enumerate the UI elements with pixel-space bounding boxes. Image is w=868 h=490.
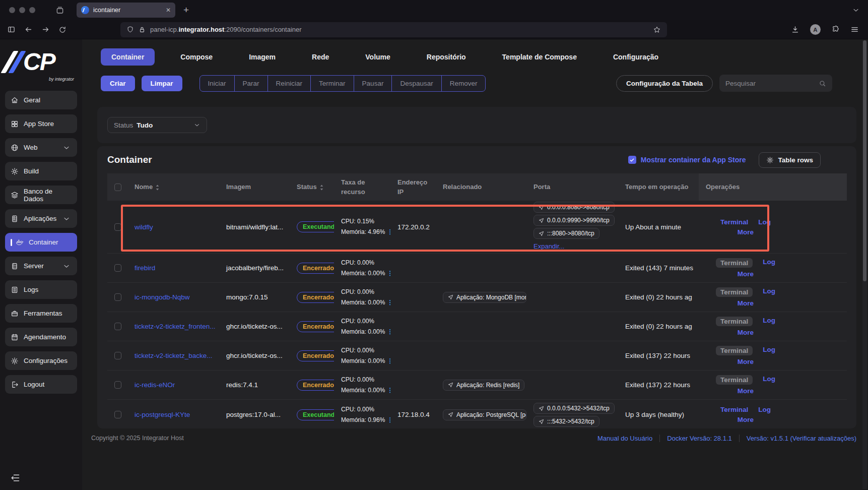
extensions-icon[interactable] (831, 25, 840, 34)
new-tab-button[interactable]: + (183, 5, 189, 16)
sidebar-item-app-store[interactable]: App Store (5, 114, 77, 133)
row-checkbox[interactable] (114, 293, 121, 301)
row-checkbox[interactable] (114, 264, 121, 272)
row-checkbox[interactable] (114, 352, 121, 359)
container-name-link[interactable]: firebird (135, 264, 155, 272)
tab-configuracao[interactable]: Configuração (603, 48, 669, 66)
scrollbar-thumb[interactable] (863, 40, 866, 281)
bookmark-star-icon[interactable] (653, 26, 661, 34)
checkbox-checked-icon[interactable] (628, 156, 636, 164)
status-filter-select[interactable]: Status Tudo (107, 117, 207, 133)
tab-imagem[interactable]: Imagem (238, 48, 286, 66)
tab-volume[interactable]: Volume (355, 48, 401, 66)
more-link[interactable]: More (738, 358, 754, 365)
account-icon[interactable]: A (810, 24, 821, 35)
terminal-link[interactable]: Terminal (716, 258, 753, 268)
docker-version-link[interactable]: Docker Versão: 28.1.1 (667, 435, 732, 442)
stop-button[interactable]: Parar (234, 75, 268, 92)
terminal-link[interactable]: Terminal (716, 317, 753, 326)
restart-button[interactable]: Reiniciar (268, 75, 311, 92)
browser-tab[interactable]: icontainer ✕ (77, 3, 175, 18)
downloads-icon[interactable] (791, 25, 799, 34)
tab-compose[interactable]: Compose (170, 48, 223, 66)
remove-button[interactable]: Remover (441, 75, 486, 92)
tab-container[interactable]: Container (101, 48, 155, 66)
show-appstore-toggle[interactable]: Mostrar container da App Store (628, 156, 746, 164)
sidebar-item-container[interactable]: Container (5, 233, 77, 252)
search-box[interactable] (719, 75, 832, 92)
list-tabs-chevron-icon[interactable] (852, 6, 860, 14)
terminal-link[interactable]: Terminal (716, 375, 753, 385)
more-link[interactable]: More (738, 387, 754, 395)
sidebar-item-banco-de-dados[interactable]: Banco de Dados (5, 186, 77, 204)
url-bar[interactable]: panel-icp.integrator.host:2090/container… (120, 22, 667, 37)
tab-rede[interactable]: Rede (301, 48, 340, 66)
page-scrollbar[interactable] (862, 40, 867, 489)
log-link[interactable]: Log (763, 346, 775, 355)
row-checkbox[interactable] (114, 223, 121, 231)
sidebar-item-web[interactable]: Web (5, 138, 77, 157)
stats-dots-icon[interactable]: ⋮ (387, 328, 390, 335)
kill-button[interactable]: Terminar (310, 75, 354, 92)
col-header-nome[interactable]: Nome (127, 182, 219, 192)
table-rows-button[interactable]: Table rows (759, 152, 821, 168)
terminal-link[interactable]: Terminal (720, 406, 748, 413)
window-controls[interactable] (9, 7, 35, 13)
stats-dots-icon[interactable]: ⋮ (387, 416, 390, 423)
tab-template-de-compose[interactable]: Template de Compose (492, 48, 587, 66)
table-config-button[interactable]: Configuração da Tabela (616, 75, 713, 92)
more-link[interactable]: More (738, 416, 754, 423)
sidebar-item-ferramentas[interactable]: Ferramentas (5, 304, 77, 323)
container-name-link[interactable]: ticketz-v2-ticketz_fronten... (135, 323, 216, 330)
more-link[interactable]: More (738, 228, 754, 236)
more-link[interactable]: More (738, 270, 754, 278)
sidebar-item-build[interactable]: Build (5, 162, 77, 180)
sidebar-item-agendamento[interactable]: Agendamento (5, 328, 77, 346)
sidebar-item-server[interactable]: Server (5, 257, 77, 275)
container-name-link[interactable]: ic-postgresql-KYte (135, 411, 190, 418)
sidebar-item-logout[interactable]: Logout (5, 375, 77, 394)
reload-icon[interactable] (58, 26, 66, 34)
log-link[interactable]: Log (758, 218, 771, 226)
sidebar-toggle-icon[interactable] (7, 25, 16, 34)
terminal-link[interactable]: Terminal (720, 218, 748, 226)
log-link[interactable]: Log (763, 258, 775, 268)
container-name-link[interactable]: wildfly (135, 223, 153, 231)
clear-button[interactable]: Limpar (142, 76, 182, 91)
create-button[interactable]: Criar (101, 76, 135, 91)
log-link[interactable]: Log (763, 375, 775, 385)
menu-icon[interactable] (850, 25, 859, 34)
tab-close-icon[interactable]: ✕ (166, 7, 171, 14)
row-checkbox[interactable] (114, 411, 121, 418)
more-link[interactable]: More (738, 329, 754, 336)
lock-icon[interactable] (139, 26, 146, 33)
terminal-link[interactable]: Terminal (716, 346, 753, 355)
pause-button[interactable]: Pausar (354, 75, 392, 92)
stats-dots-icon[interactable]: ⋮ (387, 357, 390, 364)
select-all-checkbox[interactable] (114, 183, 121, 191)
sidebar-item-geral[interactable]: Geral (5, 91, 77, 109)
more-link[interactable]: More (738, 299, 754, 307)
start-button[interactable]: Iniciar (199, 75, 235, 92)
sidebar-collapse-button[interactable] (0, 468, 82, 484)
stats-dots-icon[interactable]: ⋮ (387, 228, 390, 235)
row-checkbox[interactable] (114, 323, 121, 330)
container-name-link[interactable]: ic-redis-eNOr (135, 381, 175, 389)
search-input[interactable] (725, 80, 819, 87)
col-header-status[interactable]: Status (290, 182, 334, 192)
unpause-button[interactable]: Despausar (391, 75, 441, 92)
log-link[interactable]: Log (758, 406, 771, 413)
log-link[interactable]: Log (763, 317, 775, 326)
user-manual-link[interactable]: Manual do Usuário (597, 435, 652, 442)
container-name-link[interactable]: ic-mongodb-Nqbw (135, 293, 190, 301)
stats-dots-icon[interactable]: ⋮ (387, 270, 390, 277)
sidebar-item-configuracoes[interactable]: Configurações (5, 351, 77, 370)
sidebar-item-aplicacoes[interactable]: Aplicações (5, 209, 77, 228)
container-name-link[interactable]: ticketz-v2-ticketz_backe... (135, 352, 213, 359)
sidebar-item-logs[interactable]: Logs (5, 280, 77, 299)
log-link[interactable]: Log (763, 287, 775, 297)
shield-icon[interactable] (126, 26, 134, 33)
back-icon[interactable] (24, 25, 33, 34)
stats-dots-icon[interactable]: ⋮ (387, 299, 390, 306)
expand-ports-link[interactable]: Expandir... (533, 242, 612, 250)
